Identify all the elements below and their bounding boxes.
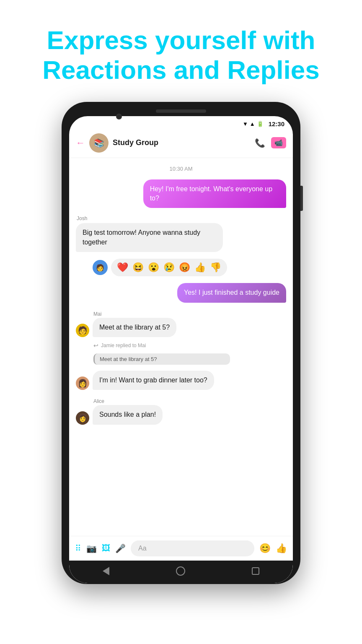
nav-back-button[interactable]: [103, 567, 109, 575]
sender-name-josh: Josh: [77, 216, 223, 221]
sender-name-alice: Alice: [93, 398, 286, 404]
status-bar: ▼ ▲ 🔋 12:30: [69, 116, 293, 130]
promo-line2: Reactions and Replies: [42, 55, 320, 85]
incoming-msg-alice: 👩 Sounds like a plan!: [76, 405, 286, 424]
signal-icon: ▲: [250, 121, 255, 127]
incoming-msg-mai: 🧑 Meet at the library at 5?: [76, 318, 286, 337]
reaction-thumbsdown[interactable]: 👎: [210, 262, 221, 273]
incoming-msg-mai-wrapper: Mai 🧑 Meet at the library at 5?: [76, 311, 286, 339]
bubble-incoming-jamie: I'm in! Want to grab dinner later too?: [93, 371, 214, 390]
phone-speaker: [156, 109, 206, 113]
reply-text: Jamie replied to Mai: [101, 343, 146, 348]
reply-indicator: ↩ Jamie replied to Mai: [93, 342, 286, 349]
header-actions: 📞 📹: [255, 137, 286, 148]
reaction-picker-row: 🧑 ❤️ 😆 😮 😢 😡 👍 👎: [93, 259, 286, 276]
bubble-outgoing-2: Yes! I just finished a study guide: [177, 283, 286, 302]
quoted-message: Meet at the library at 5?: [93, 353, 230, 365]
nav-square-button[interactable]: [252, 567, 259, 575]
bubble-incoming-josh: Big test tomorrow! Anyone wanna study to…: [76, 223, 223, 252]
promo-header: Express yourself with Reactions and Repl…: [42, 25, 320, 85]
phone-frame: ▼ ▲ 🔋 12:30 ← 📚 Study Group 📞 📹 10:30 AM…: [62, 102, 300, 584]
text-input[interactable]: Aa: [131, 540, 254, 556]
bottom-bar: ⠿ 📷 🖼 🎤 Aa 😊 👍: [69, 536, 293, 561]
phone-camera: [116, 114, 122, 119]
outgoing-msg-2: Yes! I just finished a study guide: [76, 283, 286, 302]
messages-area: 10:30 AM Hey! I'm free tonight. What's e…: [69, 158, 293, 536]
incoming-msg-jamie: 👩 I'm in! Want to grab dinner later too?: [76, 371, 286, 390]
image-icon[interactable]: 🖼: [102, 543, 110, 553]
promo-line1: Express yourself with: [42, 25, 320, 55]
thumbsup-icon[interactable]: 👍: [276, 543, 287, 554]
video-call-icon[interactable]: 📹: [271, 137, 286, 148]
camera-icon[interactable]: 📷: [86, 543, 97, 553]
status-icons: ▼ ▲ 🔋: [243, 121, 264, 127]
outgoing-msg-1: Hey! I'm free tonight. What's everyone u…: [76, 179, 286, 208]
status-time: 12:30: [269, 120, 284, 127]
message-timestamp: 10:30 AM: [76, 166, 286, 172]
incoming-msg-josh: Josh Big test tomorrow! Anyone wanna stu…: [76, 216, 286, 252]
reaction-picker: ❤️ 😆 😮 😢 😡 👍 👎: [111, 259, 227, 276]
wifi-icon: ▼: [243, 121, 248, 127]
chat-header: ← 📚 Study Group 📞 📹: [69, 130, 293, 158]
reaction-laugh[interactable]: 😆: [132, 262, 144, 273]
reaction-thumbsup[interactable]: 👍: [194, 262, 206, 273]
alice-avatar: 👩: [76, 411, 89, 425]
bubble-incoming-alice: Sounds like a plan!: [93, 405, 163, 424]
reaction-sad[interactable]: 😢: [163, 262, 175, 273]
reaction-heart[interactable]: ❤️: [117, 262, 128, 273]
reaction-angry[interactable]: 😡: [179, 262, 190, 273]
back-button[interactable]: ←: [76, 138, 85, 148]
emoji-icon[interactable]: 😊: [259, 543, 271, 554]
sender-small-avatar-josh: 🧑: [93, 260, 108, 275]
reaction-wow[interactable]: 😮: [148, 262, 159, 273]
bubble-outgoing-1: Hey! I'm free tonight. What's everyone u…: [143, 179, 286, 208]
incoming-msg-alice-wrapper: Alice 👩 Sounds like a plan!: [76, 398, 286, 426]
mai-avatar: 🧑: [76, 324, 89, 337]
sender-name-mai: Mai: [93, 311, 286, 317]
nav-home-button[interactable]: [176, 566, 185, 576]
reply-arrow-icon: ↩: [93, 342, 98, 349]
chat-name: Study Group: [113, 138, 251, 147]
incoming-msg-josh-content: Josh Big test tomorrow! Anyone wanna stu…: [76, 216, 223, 252]
battery-icon: 🔋: [257, 121, 264, 127]
jamie-avatar: 👩: [76, 377, 89, 390]
vol-button: [300, 186, 303, 211]
phone-call-icon[interactable]: 📞: [255, 138, 265, 148]
bubble-incoming-mai: Meet at the library at 5?: [93, 318, 176, 337]
nav-bar: [69, 561, 293, 583]
chat-avatar: 📚: [89, 133, 109, 153]
mic-icon[interactable]: 🎤: [115, 543, 126, 553]
phone-screen: ▼ ▲ 🔋 12:30 ← 📚 Study Group 📞 📹 10:30 AM…: [69, 116, 293, 583]
apps-icon[interactable]: ⠿: [75, 543, 81, 553]
